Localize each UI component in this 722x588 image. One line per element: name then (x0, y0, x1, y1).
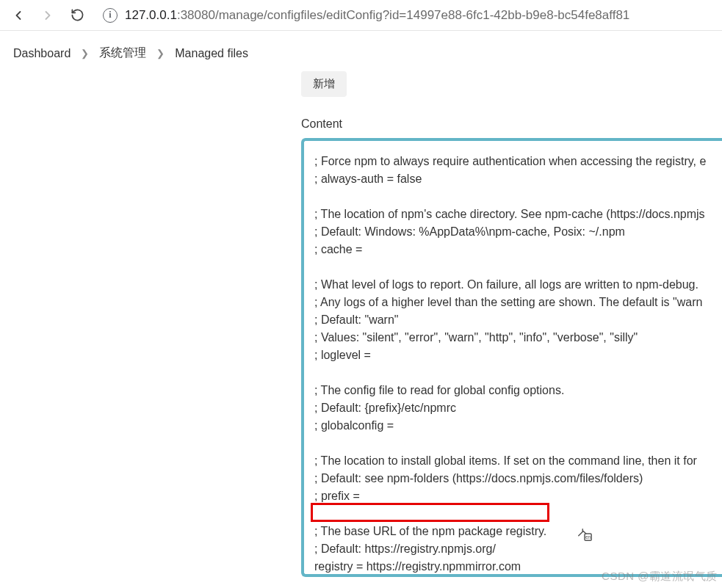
main-content: 新增 Content ; Force npm to always require… (0, 71, 722, 577)
reload-button[interactable] (65, 3, 90, 28)
content-text: ; Force npm to always require authentica… (314, 155, 706, 577)
breadcrumb-dashboard[interactable]: Dashboard (13, 47, 71, 60)
highlight-annotation (311, 503, 549, 522)
browser-toolbar: i 127.0.0.1:38080/manage/configfiles/edi… (0, 0, 722, 31)
site-info-icon[interactable]: i (103, 8, 118, 23)
breadcrumb-managed-files[interactable]: Managed files (175, 47, 248, 60)
address-bar[interactable]: i 127.0.0.1:38080/manage/configfiles/edi… (94, 3, 716, 28)
chevron-right-icon: ❯ (81, 48, 89, 59)
breadcrumb-system-manage[interactable]: 系统管理 (99, 46, 146, 61)
svg-text:en: en (585, 534, 591, 540)
translate-icon[interactable]: en (576, 526, 593, 542)
forward-button[interactable] (35, 3, 60, 28)
chevron-right-icon: ❯ (156, 48, 165, 59)
breadcrumb: Dashboard ❯ 系统管理 ❯ Managed files (0, 31, 722, 71)
back-button[interactable] (6, 3, 31, 28)
content-textarea[interactable]: ; Force npm to always require authentica… (301, 138, 722, 577)
content-label: Content (301, 117, 722, 131)
url-text: 127.0.0.1:38080/manage/configfiles/editC… (125, 8, 629, 23)
add-button[interactable]: 新增 (301, 71, 347, 97)
